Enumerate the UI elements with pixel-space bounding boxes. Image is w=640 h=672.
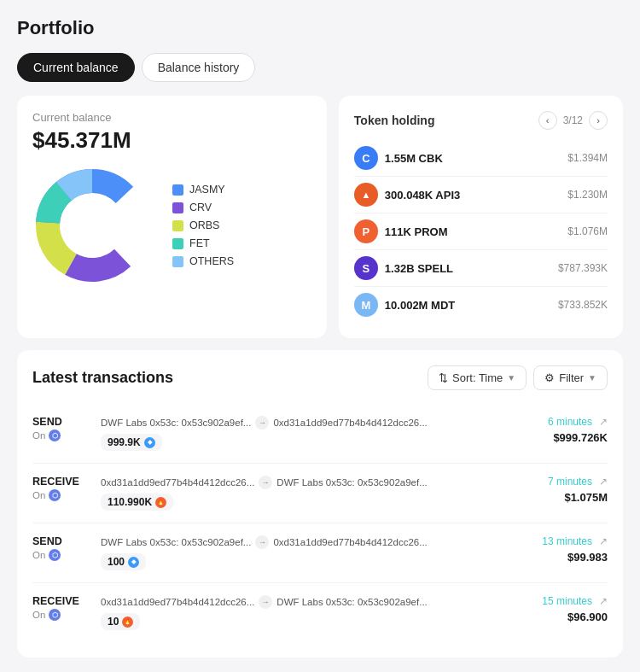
tx-arrow-icon-2: → — [255, 535, 269, 549]
filter-chevron-icon: ▼ — [588, 373, 596, 383]
tx-center-col-1: 0xd31a1dd9ed77b4b4d412dcc26... → DWF Lab… — [101, 476, 539, 511]
tx-on-label-3: On — [32, 610, 45, 620]
tx-amount-val-3: 10 — [108, 616, 119, 628]
token-icon-cbk: C — [354, 146, 378, 170]
donut-chart — [32, 166, 152, 285]
tx-token-amount-3: 10 🔥 — [101, 613, 140, 630]
tx-on-0: On ⬡ — [32, 429, 92, 441]
tx-row-3: RECEIVE On ⬡ 0xd31a1dd9ed77b4b4d412dcc26… — [32, 583, 608, 642]
tx-amount-val-0: 999.9K — [108, 436, 141, 448]
header-controls: ⇅ Sort: Time ▼ ⚙ Filter ▼ — [428, 365, 608, 390]
tab-bar: Current balance Balance history — [17, 53, 623, 82]
token-row-mdt: M 10.002M MDT $733.852K — [354, 287, 608, 323]
tx-type-col-3: RECEIVE On ⬡ — [32, 595, 92, 621]
tx-to-2: 0xd31a1dd9ed77b4b4d412dcc26... — [273, 537, 427, 547]
transactions-section: Latest transactions ⇅ Sort: Time ▼ ⚙ Fil… — [17, 350, 623, 657]
transactions-header: Latest transactions ⇅ Sort: Time ▼ ⚙ Fil… — [32, 365, 608, 390]
tx-to-1: DWF Labs 0x53c: 0x53c902a9ef... — [276, 477, 427, 488]
cards-row: Current balance $45.371M — [17, 96, 623, 338]
legend-crv: CRV — [172, 202, 234, 213]
tx-token-badge-1: 🔥 — [155, 497, 166, 508]
token-row-prom: P 111K PROM $1.076M — [354, 213, 608, 250]
tx-center-col-3: 0xd31a1dd9ed77b4b4d412dcc26... → DWF Lab… — [101, 595, 533, 630]
token-usd-prom: $1.076M — [567, 225, 608, 237]
page-title: Portfolio — [17, 17, 623, 39]
legend-color-crv — [172, 202, 183, 213]
tx-row-2: SEND On ⬡ DWF Labs 0x53c: 0x53c902a9ef..… — [32, 523, 608, 583]
token-usd-cbk: $1.394M — [567, 152, 608, 164]
network-icon-0: ⬡ — [49, 429, 61, 441]
filter-button[interactable]: ⚙ Filter ▼ — [533, 365, 608, 390]
tx-usd-3: $96.900 — [567, 611, 608, 623]
network-icon-1: ⬡ — [49, 489, 61, 501]
token-usd-mdt: $733.852K — [558, 299, 608, 311]
ext-link-icon-3[interactable]: ↗ — [599, 595, 608, 607]
donut-legend-row: JASMY CRV ORBS FET — [32, 166, 311, 285]
sort-icon: ⇅ — [439, 371, 448, 384]
tx-type-3: RECEIVE — [32, 595, 92, 607]
tx-token-badge-2: ◆ — [128, 557, 139, 568]
legend-label-others: OTHERS — [189, 255, 234, 267]
tx-right-col-3: 15 minutes ↗ $96.900 — [542, 595, 608, 623]
tx-type-2: SEND — [32, 535, 92, 547]
tx-addresses-2: DWF Labs 0x53c: 0x53c902a9ef... → 0xd31a… — [101, 535, 533, 549]
tx-on-3: On ⬡ — [32, 609, 92, 621]
next-page-button[interactable]: › — [589, 111, 608, 130]
tx-from-0: DWF Labs 0x53c: 0x53c902a9ef... — [101, 418, 251, 428]
tx-from-3: 0xd31a1dd9ed77b4b4d412dcc26... — [101, 597, 254, 607]
tx-to-0: 0xd31a1dd9ed77b4b4d412dcc26... — [273, 418, 427, 428]
tx-addresses-0: DWF Labs 0x53c: 0x53c902a9ef... → 0xd31a… — [101, 416, 539, 429]
network-icon-3: ⬡ — [49, 609, 61, 621]
tab-balance-history[interactable]: Balance history — [142, 53, 256, 82]
tx-type-col-0: SEND On ⬡ — [32, 416, 92, 441]
tx-arrow-icon-3: → — [259, 595, 272, 609]
tx-on-label-2: On — [32, 550, 45, 560]
tx-on-label-1: On — [32, 490, 45, 500]
ext-link-icon-1[interactable]: ↗ — [599, 476, 608, 488]
token-icon-prom: P — [354, 219, 378, 243]
legend-label-jasmy: JASMY — [189, 184, 225, 196]
balance-amount: $45.371M — [32, 127, 311, 154]
tx-usd-0: $999.726K — [553, 431, 608, 444]
ext-link-icon-2[interactable]: ↗ — [599, 535, 608, 547]
tx-type-1: RECEIVE — [32, 476, 92, 488]
legend-color-orbs — [172, 220, 183, 231]
tab-current-balance[interactable]: Current balance — [17, 53, 135, 82]
tx-amount-val-2: 100 — [108, 556, 125, 568]
ext-link-icon-0[interactable]: ↗ — [599, 416, 608, 428]
tx-token-badge-0: ◆ — [144, 437, 155, 448]
svg-point-5 — [67, 200, 118, 251]
legend-color-fet — [172, 238, 183, 249]
tx-token-amount-1: 110.990K 🔥 — [101, 494, 173, 511]
tx-time-1: 7 minutes — [548, 476, 592, 488]
tx-time-0: 6 minutes — [548, 416, 592, 428]
sort-label: Sort: Time — [452, 371, 503, 384]
legend-orbs: ORBS — [172, 219, 234, 231]
token-icon-spell: S — [354, 256, 378, 280]
token-amount-mdt: 10.002M MDT — [385, 299, 455, 312]
tx-time-3: 15 minutes — [542, 595, 592, 607]
tx-row-1: RECEIVE On ⬡ 0xd31a1dd9ed77b4b4d412dcc26… — [32, 464, 608, 523]
token-usd-api3: $1.230M — [567, 189, 608, 201]
token-row-spell: S 1.32B SPELL $787.393K — [354, 250, 608, 287]
filter-icon: ⚙ — [544, 371, 555, 384]
tx-type-col-2: SEND On ⬡ — [32, 535, 92, 561]
tx-right-col-0: 6 minutes ↗ $999.726K — [548, 416, 608, 444]
tx-usd-2: $99.983 — [567, 551, 608, 564]
tx-token-badge-3: 🔥 — [122, 616, 133, 628]
token-row-cbk: C 1.55M CBK $1.394M — [354, 140, 608, 177]
tx-on-label-0: On — [32, 430, 45, 441]
sort-button[interactable]: ⇅ Sort: Time ▼ — [428, 365, 527, 390]
tx-usd-1: $1.075M — [564, 491, 608, 504]
tx-to-3: DWF Labs 0x53c: 0x53c902a9ef... — [276, 597, 427, 607]
token-amount-spell: 1.32B SPELL — [385, 262, 453, 275]
tx-row-0: SEND On ⬡ DWF Labs 0x53c: 0x53c902a9ef..… — [32, 404, 608, 464]
prev-page-button[interactable]: ‹ — [538, 111, 557, 130]
tx-token-amount-2: 100 ◆ — [101, 553, 146, 570]
tx-type-0: SEND — [32, 416, 92, 428]
token-card-header: Token holding ‹ 3/12 › — [354, 111, 608, 130]
balance-card: Current balance $45.371M — [17, 96, 327, 338]
tx-on-1: On ⬡ — [32, 489, 92, 501]
filter-label: Filter — [559, 371, 584, 384]
token-usd-spell: $787.393K — [558, 262, 608, 274]
